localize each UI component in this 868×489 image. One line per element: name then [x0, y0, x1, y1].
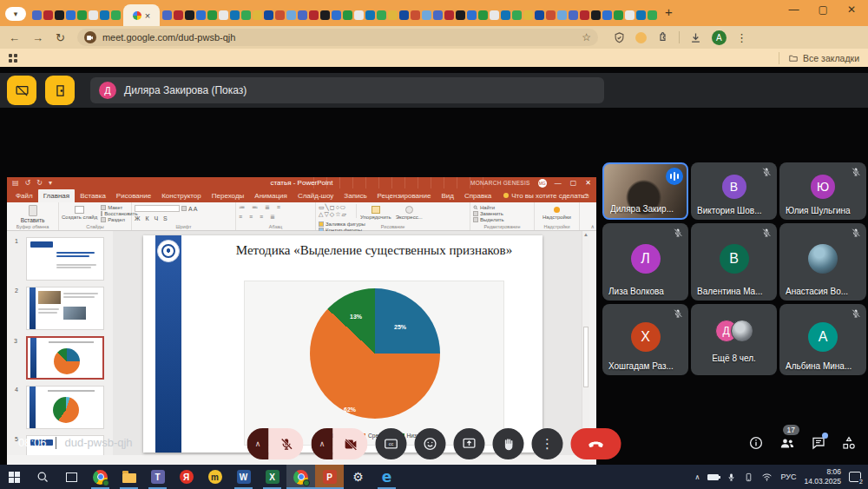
presenter-pill[interactable]: Д Диляра Закирова (Показ): [90, 77, 604, 103]
taskbar-monarch-icon[interactable]: m: [201, 465, 229, 489]
ppt-tab-1[interactable]: Файл: [10, 189, 38, 202]
camera-options-chevron[interactable]: ∧: [312, 428, 333, 459]
pinned-tab[interactable]: [196, 10, 206, 20]
find-button[interactable]: Найти: [473, 205, 531, 210]
pinned-tab[interactable]: [444, 10, 454, 20]
extension-badge-icon[interactable]: [635, 32, 647, 43]
download-icon[interactable]: [689, 31, 702, 44]
addins-button[interactable]: Надстройки: [537, 207, 576, 220]
mic-tray-icon[interactable]: [727, 472, 736, 482]
pinned-tab[interactable]: [309, 10, 319, 20]
taskbar-powerpoint-icon[interactable]: P: [315, 465, 344, 489]
taskbar-chrome-meet-icon[interactable]: [286, 465, 315, 489]
participant-tile-2[interactable]: ВВиктория Шов...: [691, 162, 777, 220]
pinned-tab[interactable]: [264, 10, 273, 20]
pinned-tab[interactable]: [580, 10, 589, 20]
pinned-tab[interactable]: [230, 10, 240, 20]
pinned-tab[interactable]: [546, 10, 556, 20]
ppt-tab-5[interactable]: Конструктор: [156, 189, 207, 202]
language-indicator[interactable]: РУС: [780, 472, 796, 481]
pinned-tab[interactable]: [162, 10, 172, 20]
reset-button[interactable]: Восстановить: [101, 211, 128, 216]
participant-tile-1[interactable]: Диляра Закир...: [602, 162, 688, 220]
pinned-tab[interactable]: [501, 10, 510, 20]
ppt-tab-12[interactable]: Справка: [459, 189, 496, 202]
participant-tile-5[interactable]: ВВалентина Ма...: [691, 223, 777, 301]
ppt-tab-4[interactable]: Рисование: [111, 189, 156, 202]
notification-center-icon[interactable]: 2: [849, 472, 861, 482]
url-text[interactable]: meet.google.com/dud-pwsb-qjh: [102, 32, 582, 43]
pinned-tab[interactable]: [625, 10, 635, 20]
current-slide[interactable]: Методика «Выделение существенных признак…: [143, 235, 542, 453]
participant-tile-4[interactable]: ЛЛиза Волкова: [602, 223, 688, 301]
new-tab-button[interactable]: +: [665, 4, 673, 19]
profile-avatar[interactable]: A: [712, 30, 727, 45]
taskbar-task-view-icon[interactable]: [57, 465, 86, 489]
more-options-button[interactable]: ⋮: [532, 428, 563, 459]
taskbar-file-explorer-icon[interactable]: [115, 465, 143, 489]
back-button[interactable]: ←: [9, 31, 20, 44]
pinned-tab[interactable]: [111, 10, 121, 20]
maximize-button[interactable]: ▢: [819, 3, 828, 16]
ppt-account-avatar[interactable]: MG: [538, 179, 547, 188]
pinned-tab[interactable]: [77, 10, 87, 20]
ppt-tab-6[interactable]: Переходы: [207, 189, 250, 202]
tray-chevron-icon[interactable]: ∧: [695, 473, 700, 481]
pinned-tab[interactable]: [275, 10, 285, 20]
participant-tile-6[interactable]: Анастасия Во...: [779, 223, 866, 301]
pinned-tab[interactable]: [174, 10, 183, 20]
participant-tile-8[interactable]: ДЕщё 8 чел.: [691, 304, 777, 375]
pinned-tab[interactable]: [557, 10, 567, 20]
reactions-button[interactable]: [415, 428, 446, 459]
font-style-buttons[interactable]: Ж К Ч S: [135, 215, 233, 221]
taskbar-word-icon[interactable]: W: [229, 465, 258, 489]
pinned-tab[interactable]: [354, 10, 364, 20]
pinned-tab[interactable]: [219, 10, 228, 20]
taskbar-edge-icon[interactable]: e: [372, 465, 401, 489]
comments-icon[interactable]: ▭: [582, 192, 589, 200]
wifi-icon[interactable]: [761, 472, 773, 483]
section-button[interactable]: Раздел: [101, 217, 128, 222]
font-size-box[interactable]: [181, 206, 187, 211]
raise-hand-button[interactable]: [493, 428, 524, 459]
taskbar-excel-icon[interactable]: X: [258, 465, 286, 489]
present-button[interactable]: [454, 428, 485, 459]
pinned-tab[interactable]: [569, 10, 578, 20]
tab-search-button[interactable]: ▾: [5, 7, 26, 21]
taskbar-chrome-profile-icon[interactable]: [86, 465, 115, 489]
activities-button[interactable]: [841, 435, 857, 451]
leave-presentation-button[interactable]: [45, 76, 75, 105]
tell-me-search[interactable]: Что вы хотите сделать?: [503, 192, 588, 200]
mic-muted-button[interactable]: [269, 428, 304, 459]
redo-icon[interactable]: ↻: [36, 179, 43, 187]
pinned-tab[interactable]: [89, 10, 98, 20]
new-slide-button[interactable]: Создать слайд: [62, 204, 97, 220]
slide-thumbnail-1[interactable]: 1: [26, 237, 104, 281]
stop-presenting-button[interactable]: [7, 76, 36, 105]
taskbar-clock[interactable]: 8:0614.03.2025: [804, 467, 841, 486]
meeting-details-button[interactable]: [748, 435, 764, 451]
pinned-tab[interactable]: [241, 10, 251, 20]
shield-icon[interactable]: [613, 31, 626, 44]
participant-tile-7[interactable]: ХХошгадам Раз...: [602, 304, 688, 375]
pinned-tab[interactable]: [100, 10, 109, 20]
chat-button[interactable]: [811, 435, 826, 451]
pinned-tab[interactable]: [298, 10, 307, 20]
pinned-tab[interactable]: [490, 10, 499, 20]
battery-icon[interactable]: [707, 474, 719, 480]
pinned-tab[interactable]: [422, 10, 431, 20]
arrange-button[interactable]: Упорядочить: [360, 204, 391, 220]
apps-grid-icon[interactable]: [9, 54, 17, 63]
pinned-tab[interactable]: [286, 10, 296, 20]
pinned-tab[interactable]: [399, 10, 409, 20]
align-buttons[interactable]: ≡ ≡ ≡ ≣: [239, 214, 312, 221]
active-tab[interactable]: ×: [123, 4, 160, 26]
bookmark-star-icon[interactable]: ☆: [582, 31, 591, 43]
pinned-tab[interactable]: [456, 10, 465, 20]
pinned-tab[interactable]: [523, 10, 533, 20]
extensions-puzzle-icon[interactable]: [656, 31, 669, 44]
paste-button[interactable]: Вставить: [10, 204, 56, 224]
address-bar[interactable]: meet.google.com/dud-pwsb-qjh ☆: [77, 29, 598, 46]
pinned-tab[interactable]: [535, 10, 544, 20]
end-call-button[interactable]: [571, 428, 621, 459]
